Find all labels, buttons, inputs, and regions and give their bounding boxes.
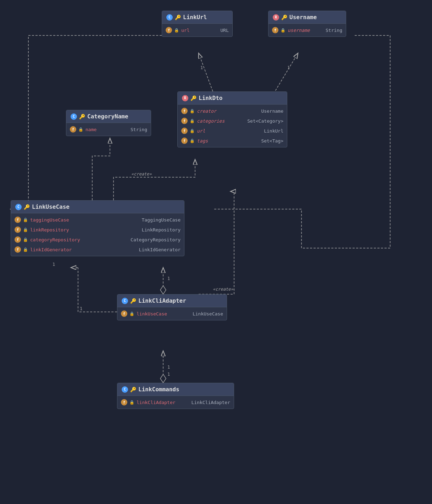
svg-line-4 [199,53,213,91]
badge-f-url: f [166,27,172,33]
badge-f-linkusecase-adapter: f [121,310,127,317]
badge-f-tags: f [181,138,188,144]
class-header-linkcliadapter: C 🔑 LinkCliAdapter [117,295,227,307]
class-linkdto: R 🔑 LinkDto f 🔒 creator Username f 🔒 cat… [177,91,287,147]
class-name-linkdto: LinkDto [199,95,222,101]
class-header-linkdto: R 🔑 LinkDto [178,92,287,105]
badge-c-categoryname: C [71,113,77,120]
svg-text:1: 1 [200,65,203,70]
field-name-linkusecase-adapter: linkUseCase [137,311,167,317]
svg-text:1: 1 [167,372,170,377]
class-name-categoryname: CategoryName [87,113,128,120]
class-categoryname: C 🔑 CategoryName f 🔒 name String [66,110,151,136]
class-linkcliadapter: C 🔑 LinkCliAdapter f 🔒 linkUseCase LinkU… [117,294,227,320]
field-type-linkcliadapter-cmd: LinkCliAdapter [188,400,230,405]
field-name-linkcliadapter-cmd: linkCliAdapter [137,400,176,405]
class-body-linkurl: f 🔒 url URL [162,24,232,37]
lock-green-linkusecase: 🔑 [24,204,30,210]
field-linkcliadapter-cmd: f 🔒 linkCliAdapter LinkCliAdapter [117,397,234,407]
badge-f-linkrepo: f [15,226,21,233]
lock-green-linkurl: 🔑 [175,15,181,20]
diagram-container: 1 1 «create» 1 1 1 «create» 1 1 [0,0,432,504]
badge-f-catrepo: f [15,236,21,243]
lock-green-categoryname: 🔑 [79,114,85,119]
svg-text:1: 1 [287,65,290,70]
field-name-categories: categories [197,118,225,124]
field-type-linkidgen: LinkIdGenerator [135,247,181,252]
badge-f-name: f [70,126,76,133]
class-body-username: f 🔒 username String [268,24,346,37]
badge-f-tagging: f [15,217,21,223]
badge-f-categories: f [181,118,188,124]
lock-linkusecase-adapter: 🔒 [129,312,134,316]
field-tags: f 🔒 tags Set<Tag> [178,136,287,146]
lock-categories: 🔒 [190,119,195,123]
badge-f-username: f [272,27,278,33]
field-name-username: username [288,28,310,33]
badge-f-url-dto: f [181,128,188,134]
class-body-linkdto: f 🔒 creator Username f 🔒 categories Set<… [178,105,287,147]
field-type-categories: Set<Category> [244,118,283,124]
field-creator: f 🔒 creator Username [178,106,287,116]
field-type-username: String [322,28,342,33]
badge-f-linkcliadapter-cmd: f [121,399,127,405]
lock-tags: 🔒 [190,139,195,143]
class-name-linkusecase: LinkUseCase [32,203,70,210]
lock-name: 🔒 [78,127,83,132]
field-username: f 🔒 username String [268,25,346,35]
lock-green-username: 🔑 [281,15,287,20]
lock-green-linkdto: 🔑 [190,95,196,101]
field-name-cat: f 🔒 name String [66,124,151,134]
field-name-url-dto: url [197,128,205,134]
badge-c-linkusecase: C [15,204,22,210]
field-categories: f 🔒 categories Set<Category> [178,116,287,126]
class-header-linkurl: C 🔑 LinkUrl [162,11,232,24]
lock-green-linkcliadapter: 🔑 [130,298,136,304]
field-type-linkusecase-adapter: LinkUseCase [189,311,223,317]
field-name-tagging: taggingUseCase [30,217,69,223]
lock-green-linkcommands: 🔑 [130,387,136,392]
class-name-linkcommands: LinkCommands [138,386,179,393]
lock-creator: 🔒 [190,109,195,113]
svg-text:1: 1 [167,365,170,370]
lock-url: 🔒 [174,28,179,33]
field-catrepo: f 🔒 categoryRepository CategoryRepositor… [11,235,184,245]
field-url-dto: f 🔒 url LinkUrl [178,126,287,136]
class-name-linkcliadapter: LinkCliAdapter [138,297,186,304]
field-type-catrepo: CategoryRepository [127,237,181,242]
lock-tagging: 🔒 [23,218,28,222]
svg-marker-8 [160,286,166,294]
field-name-creator: creator [197,108,216,114]
lock-catrepo: 🔒 [23,237,28,242]
field-linkusecase-adapter: f 🔒 linkUseCase LinkUseCase [117,309,227,319]
class-header-linkusecase: C 🔑 LinkUseCase [11,201,184,213]
badge-f-linkidgen: f [15,246,21,253]
lock-username: 🔒 [281,28,286,33]
lock-linkrepo: 🔒 [23,228,28,232]
svg-text:1: 1 [167,276,170,281]
class-body-linkusecase: f 🔒 taggingUseCase TaggingUseCase f 🔒 li… [11,213,184,256]
lock-linkcliadapter-cmd: 🔒 [129,400,134,405]
svg-marker-17 [160,374,166,383]
field-name-linkrepo: linkRepository [30,227,69,233]
badge-c-linkurl: C [166,14,173,21]
field-name-url: url [181,28,189,33]
class-linkusecase: C 🔑 LinkUseCase f 🔒 taggingUseCase Taggi… [11,200,184,256]
field-url: f 🔒 url URL [162,25,232,35]
class-name-username: Username [289,14,317,21]
class-header-linkcommands: C 🔑 LinkCommands [117,383,234,396]
lock-linkidgen: 🔒 [23,247,28,252]
field-type-tagging: TaggingUseCase [138,217,181,223]
lock-url-dto: 🔒 [190,129,195,133]
class-body-linkcliadapter: f 🔒 linkUseCase LinkUseCase [117,307,227,320]
badge-r-linkdto: R [182,95,188,101]
field-name-tags: tags [197,138,208,144]
field-type-catname: String [127,127,147,132]
badge-c-linkcliadapter: C [122,298,128,304]
svg-text:«create»: «create» [213,287,234,292]
field-type-linkrepo: LinkRepository [138,227,181,233]
field-linkidgen: f 🔒 linkIdGenerator LinkIdGenerator [11,245,184,254]
class-linkcommands: C 🔑 LinkCommands f 🔒 linkCliAdapter Link… [117,383,234,409]
field-type-url: URL [217,28,229,33]
class-header-username: R 🔑 Username [268,11,346,24]
